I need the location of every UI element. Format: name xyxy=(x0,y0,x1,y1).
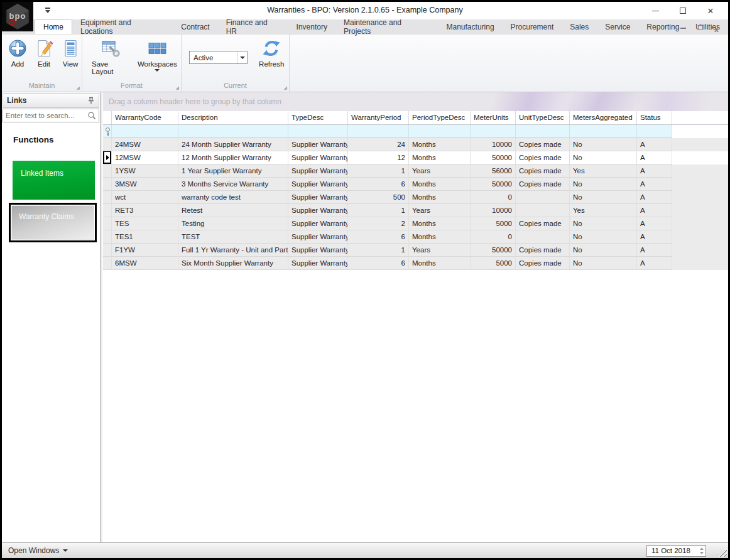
cell-period: 1 xyxy=(348,164,409,178)
cell-meter_units: 5000 xyxy=(471,217,516,230)
open-windows-button[interactable]: Open Windows xyxy=(2,546,74,555)
date-spinner xyxy=(697,546,705,556)
filter-cell-meters_aggregated[interactable] xyxy=(570,125,637,138)
spin-up-icon[interactable] xyxy=(700,547,704,550)
column-header-code[interactable]: WarrantyCode xyxy=(112,111,178,124)
restore-icon xyxy=(698,25,703,30)
filter-cell-description[interactable] xyxy=(178,125,288,138)
cell-type: Supplier Warranty xyxy=(288,151,348,164)
column-header-period_type[interactable]: PeriodTypeDesc xyxy=(409,111,471,124)
workspaces-button[interactable]: Workspaces xyxy=(136,37,178,73)
mdi-restore-button[interactable] xyxy=(697,23,705,31)
refresh-button[interactable]: Refresh xyxy=(256,37,286,69)
svg-text:bpo: bpo xyxy=(9,11,26,21)
warranty-claims-label: Warranty Claims xyxy=(11,205,94,240)
cell-unit_type: Copies made xyxy=(516,178,570,191)
tab-manufacturing[interactable]: Manufacturing xyxy=(439,19,503,34)
search-box xyxy=(3,109,99,122)
dialog-launcher-icon[interactable]: ◢ xyxy=(176,85,179,90)
table-row-12MSW[interactable]: 12MSW12 Month Supplier WarrantySupplier … xyxy=(103,151,728,164)
tab-sales[interactable]: Sales xyxy=(562,19,597,34)
minimize-icon xyxy=(652,11,659,11)
filter-cell-type[interactable] xyxy=(288,125,348,138)
mdi-minimize-button[interactable] xyxy=(679,23,688,31)
maximize-button[interactable] xyxy=(669,3,697,18)
table-row-24MSW[interactable]: 24MSW24 Month Supplier WarrantySupplier … xyxy=(103,138,728,151)
warranty-claims-button[interactable]: Warranty Claims xyxy=(9,203,97,242)
cell-meter_units: 0 xyxy=(471,230,516,244)
filter-cell-period[interactable] xyxy=(348,125,409,138)
resize-grip-icon[interactable] xyxy=(719,549,727,557)
group-by-panel[interactable]: Drag a column header here to group by th… xyxy=(103,92,728,111)
row-indicator-cell xyxy=(103,217,112,230)
linked-items-button[interactable]: Linked Items xyxy=(13,161,95,200)
row-indicator-cell xyxy=(103,230,112,244)
filter-cell-unit_type[interactable] xyxy=(516,125,570,138)
filter-cell-meter_units[interactable] xyxy=(471,125,516,138)
grid-filter-row xyxy=(103,125,728,138)
cell-period_type: Months xyxy=(409,178,471,191)
search-input[interactable] xyxy=(6,112,87,119)
filter-cell-status[interactable] xyxy=(637,125,672,138)
ribbon-group-maintain: Add Edit xyxy=(2,35,82,92)
view-button[interactable]: View xyxy=(57,37,84,69)
table-row-wct[interactable]: wctwarranty code testSupplier Warranty50… xyxy=(103,191,728,204)
close-button[interactable]: ✕ xyxy=(697,3,724,18)
table-row-TES[interactable]: TESTestingSupplier Warranty2Months5000Co… xyxy=(103,217,728,230)
grid-header-row: WarrantyCodeDescriptionTypeDescWarrantyP… xyxy=(103,111,728,125)
chevron-down-icon[interactable] xyxy=(237,51,247,63)
date-value: 11 Oct 2018 xyxy=(647,547,697,554)
filter-cell-period_type[interactable] xyxy=(409,125,471,138)
cell-period_type: Months xyxy=(409,151,471,164)
column-header-meters_aggregated[interactable]: MetersAggregated xyxy=(570,111,637,124)
chevron-down-icon xyxy=(155,69,160,72)
table-row-TES1[interactable]: TES1TESTSupplier Warranty6Months0NoA xyxy=(103,230,728,244)
pin-icon[interactable] xyxy=(87,97,95,105)
main-area: Links Functions Linked Items Warranty Cl… xyxy=(2,92,728,542)
minimize-button[interactable] xyxy=(641,3,669,18)
row-indicator-cell xyxy=(103,138,112,151)
date-input[interactable]: 11 Oct 2018 xyxy=(646,545,706,557)
tab-contract[interactable]: Contract xyxy=(173,19,217,34)
column-header-period[interactable]: WarrantyPeriod xyxy=(348,111,409,124)
mdi-close-button[interactable]: x xyxy=(714,23,723,31)
cell-type: Supplier Warranty xyxy=(288,164,348,178)
links-panel-header: Links xyxy=(3,93,99,108)
open-windows-label: Open Windows xyxy=(8,546,59,555)
column-header-meter_units[interactable]: MeterUnits xyxy=(471,111,516,124)
search-icon[interactable] xyxy=(87,111,96,120)
tab-maintenance-and-projects[interactable]: Maintenance and Projects xyxy=(335,19,439,34)
filter-cell-code[interactable] xyxy=(112,125,178,138)
edit-icon xyxy=(34,38,54,58)
cell-type: Supplier Warranty xyxy=(288,178,348,191)
table-row-F1YW[interactable]: F1YWFull 1 Yr Warranty - Unit and PartsS… xyxy=(103,244,728,257)
dialog-launcher-icon[interactable]: ◢ xyxy=(77,85,80,90)
table-row-3MSW[interactable]: 3MSW3 Months Service WarrantySupplier Wa… xyxy=(103,178,728,191)
edit-button-label: Edit xyxy=(38,60,50,68)
save-layout-button[interactable]: Save Layout xyxy=(89,37,131,77)
table-row-RET3[interactable]: RET3RetestSupplier Warranty1Years10000Ye… xyxy=(103,204,728,217)
dialog-launcher-icon[interactable]: ◢ xyxy=(284,85,287,90)
cell-period_type: Years xyxy=(409,204,471,217)
tab-home[interactable]: Home xyxy=(35,19,72,34)
grid-body: 24MSW24 Month Supplier WarrantySupplier … xyxy=(103,138,728,542)
column-header-status[interactable]: Status xyxy=(637,111,672,124)
tab-inventory[interactable]: Inventory xyxy=(288,19,335,34)
tab-procurement[interactable]: Procurement xyxy=(503,19,562,34)
cell-type: Supplier Warranty xyxy=(288,244,348,257)
column-header-unit_type[interactable]: UnitTypeDesc xyxy=(516,111,570,124)
column-header-description[interactable]: Description xyxy=(178,111,288,124)
table-row-6MSW[interactable]: 6MSWSix Month Supplier WarrantySupplier … xyxy=(103,257,728,270)
tab-equipment-and-locations[interactable]: Equipment and Locations xyxy=(72,19,173,34)
column-header-type[interactable]: TypeDesc xyxy=(288,111,348,124)
view-button-label: View xyxy=(63,60,79,68)
table-row-1YSW[interactable]: 1YSW1 Year Supplier WarrantySupplier War… xyxy=(103,164,728,178)
tab-finance-and-hr[interactable]: Finance and HR xyxy=(218,19,288,34)
spin-down-icon[interactable] xyxy=(700,552,704,554)
warranties-grid: Drag a column header here to group by th… xyxy=(101,92,728,542)
status-filter-select[interactable]: Active xyxy=(189,51,248,64)
row-indicator-cell xyxy=(103,164,112,178)
add-button[interactable]: Add xyxy=(4,37,31,69)
tab-service[interactable]: Service xyxy=(597,19,638,34)
edit-button[interactable]: Edit xyxy=(31,37,57,69)
